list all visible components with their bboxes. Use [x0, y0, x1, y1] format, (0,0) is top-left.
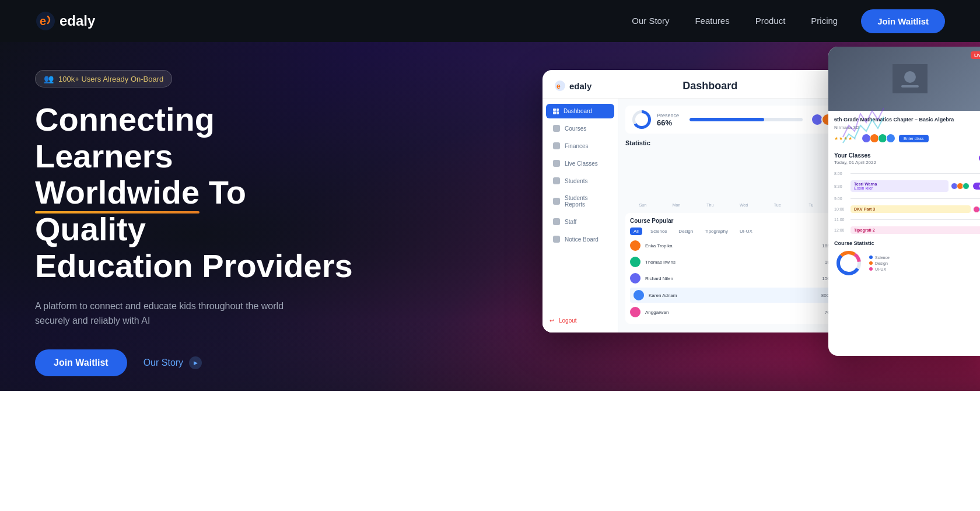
day-label-3: Wed	[729, 203, 759, 207]
dash-brand: edaly	[569, 81, 592, 91]
hero-story-button[interactable]: Our Story ▶	[144, 356, 202, 369]
sidebar-item-staff[interactable]: Staff	[546, 214, 614, 229]
stat-day-labels: Sun Mon Thu Wed Tue Tu Sat	[625, 201, 862, 207]
nav-our-story[interactable]: Our Story	[632, 16, 669, 26]
dashboard-card: e edaly Dashboard ↻	[542, 70, 869, 332]
brand-name: edaly	[60, 13, 95, 29]
nav-join-button[interactable]: Join Waitlist	[861, 9, 945, 33]
tab-all[interactable]: All	[630, 228, 642, 235]
schedule-divider-0	[850, 173, 980, 174]
schedule-avatars-3	[974, 206, 980, 213]
presence-info: Presence 66%	[657, 113, 679, 127]
event-name-1: Tesri Warna	[854, 182, 945, 186]
course-avatar-3	[634, 290, 644, 300]
time-830: 8:30	[834, 184, 847, 188]
sidebar-item-courses[interactable]: Courses	[546, 121, 614, 136]
hero-section: 👥 100k+ Users Already On-Board Connectin…	[0, 0, 980, 391]
legend-label-1: Science	[875, 256, 890, 260]
reports-nav-icon	[553, 198, 560, 205]
legend-dot-2	[869, 261, 873, 265]
course-name-0: Enka Tropika	[645, 243, 817, 249]
sidebar-live-label: Live Classes	[565, 160, 598, 167]
course-rows: Enka Tropika 18500+ Students Thomas Irwi…	[630, 239, 858, 319]
course-name-4: Anggarwan	[645, 310, 820, 315]
course-avatar-0	[630, 240, 640, 251]
live-nav-icon	[553, 160, 560, 167]
sidebar-students-label: Students	[565, 178, 587, 184]
hero-story-label: Our Story	[144, 358, 183, 368]
sch-av-1-3	[963, 183, 970, 190]
hero-title: Connecting Learners Worldwide To Quality…	[35, 102, 362, 285]
live-badge: Live	[971, 51, 980, 59]
svg-text:e: e	[556, 82, 561, 90]
tab-typography[interactable]: Tipography	[701, 228, 732, 235]
hero-title-line1: Connecting Learners	[35, 101, 215, 174]
course-name-2: Richard Nilen	[645, 276, 817, 281]
hero-join-button[interactable]: Join Waitlist	[35, 349, 127, 376]
course-popular-title: Course Popular	[630, 218, 858, 224]
toggle-1[interactable]	[973, 183, 980, 190]
sidebar-reports-label: Students Reports	[565, 195, 607, 208]
star-1: ★	[834, 136, 838, 141]
navbar: e edaly Our Story Features Product Prici…	[0, 0, 980, 42]
time-800: 8:00	[834, 172, 847, 176]
course-stat-legend: Science Design UI-UX	[869, 256, 890, 271]
presence-row: Presence 66%	[625, 106, 862, 134]
schedule-divider-2	[850, 198, 980, 199]
legend-item-2: Design	[869, 261, 890, 265]
sidebar-item-students-reports[interactable]: Students Reports	[546, 191, 614, 212]
dashboard-header: e edaly Dashboard ↻	[542, 70, 869, 99]
enter-class-button[interactable]: Enter class	[899, 135, 929, 142]
tab-design[interactable]: Design	[675, 228, 696, 235]
badge-text: 100k+ Users Already On-Board	[58, 75, 163, 83]
sidebar-item-dashboard[interactable]: Dashboard	[546, 104, 614, 118]
students-nav-icon	[553, 177, 560, 184]
course-donut-chart	[834, 249, 863, 278]
nav-product[interactable]: Product	[755, 16, 786, 26]
time-1200: 12:00	[834, 228, 847, 232]
presence-progress-bar	[690, 118, 803, 121]
below-hero-section	[0, 391, 980, 511]
tab-ui-ux[interactable]: UI-UX	[736, 228, 756, 235]
event-name-3: DKV Part 3	[854, 207, 967, 211]
course-avatar-2	[630, 273, 640, 284]
schedule-row-2: 9:00	[834, 195, 980, 202]
svg-rect-6	[901, 85, 919, 88]
presence-inner-circle	[635, 113, 648, 126]
right-panel-card: Live 6th Grade Mathematics Chapter – Bas…	[828, 47, 980, 356]
finances-nav-icon	[553, 142, 560, 149]
tab-science[interactable]: Science	[647, 228, 670, 235]
sidebar-item-finances[interactable]: Finances	[546, 138, 614, 153]
dashboard-body: Dashboard Courses Finances Live Classes	[542, 99, 869, 332]
hero-description: A platform to connect and educate kids t…	[35, 299, 292, 328]
nav-features[interactable]: Features	[695, 16, 729, 26]
logo: e edaly	[35, 10, 632, 32]
legend-label-3: UI-UX	[875, 267, 886, 271]
staff-nav-icon	[553, 218, 560, 225]
schedule-row-4: 11:00	[834, 216, 980, 223]
legend-dot-1	[869, 256, 873, 259]
course-row-3: Karen Adriam 8000+ Students	[630, 288, 858, 303]
dash-sidebar: Dashboard Courses Finances Live Classes	[542, 99, 618, 332]
sidebar-staff-label: Staff	[565, 219, 576, 225]
day-label-1: Mon	[662, 203, 692, 207]
sidebar-item-notice-board[interactable]: Notice Board	[546, 232, 614, 247]
course-name-1: Thomas Irwins	[645, 260, 820, 265]
dashboard-mockup: e edaly Dashboard ↻	[525, 47, 980, 373]
sidebar-item-students[interactable]: Students	[546, 173, 614, 188]
logout-button[interactable]: ↩ Logout	[542, 313, 618, 328]
course-row-1: Thomas Irwins 1800+ Students	[630, 255, 858, 269]
course-avatar-1	[630, 257, 640, 267]
day-label-0: Sun	[628, 203, 658, 207]
sidebar-item-live-classes[interactable]: Live Classes	[546, 156, 614, 171]
presence-label: Presence	[657, 113, 679, 118]
hero-content: 👥 100k+ Users Already On-Board Connectin…	[35, 70, 362, 376]
sidebar-dashboard-label: Dashboard	[564, 108, 592, 114]
legend-item-3: UI-UX	[869, 267, 890, 271]
schedule-list: 8:00 8:30 Tesri Warna Eosin kiler	[834, 170, 980, 236]
nav-pricing[interactable]: Pricing	[811, 16, 838, 26]
video-placeholder	[892, 64, 928, 93]
course-row-2: Richard Nilen 15000+ Students	[630, 271, 858, 285]
course-stat-title: Course Statistic	[834, 240, 980, 246]
time-1000: 10:00	[834, 207, 847, 211]
